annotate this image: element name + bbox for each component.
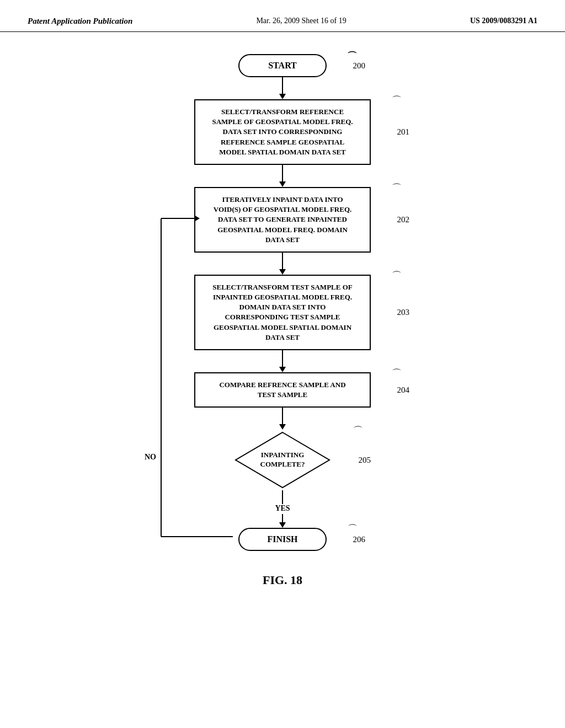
yes-section: YES (275, 490, 290, 528)
node204-row: COMPARE REFRENCE SAMPLE AND TEST SAMPLE … (89, 372, 476, 408)
finish-row: FINISH 206 ⌒ (89, 528, 476, 551)
node203-row: SELECT/TRANSFORM TEST SAMPLE OF INPAINTE… (89, 275, 476, 350)
start-row: START 200 ⌒ (89, 54, 476, 77)
diagram-area: START 200 ⌒ SELECT/TRANSFORM REFERENCE S… (0, 32, 565, 598)
arrow-3 (279, 253, 286, 275)
arrow-2 (279, 165, 286, 187)
arrow-1 (279, 77, 286, 99)
page-header: Patent Application Publication Mar. 26, … (0, 0, 565, 32)
arrow-yes-bottom (279, 514, 286, 528)
patent-number: US 2009/0083291 A1 (470, 17, 537, 25)
node-204: COMPARE REFRENCE SAMPLE AND TEST SAMPLE (194, 372, 371, 408)
node205-num: 205 (359, 456, 371, 465)
node201-row: SELECT/TRANSFORM REFERENCE SAMPLE OF GEO… (89, 99, 476, 165)
publication-title: Patent Application Publication (28, 17, 132, 26)
flowchart: START 200 ⌒ SELECT/TRANSFORM REFERENCE S… (89, 54, 476, 551)
node-203: SELECT/TRANSFORM TEST SAMPLE OF INPAINTE… (194, 275, 371, 350)
start-node: START (238, 54, 327, 77)
node201-num: 201 (397, 127, 410, 137)
arrow-yes-top (282, 490, 283, 504)
finish-node: FINISH (238, 528, 327, 551)
arrow-4 (279, 350, 286, 372)
node205-row: NO INPAINTING COMPLETE? 205 ⌒ (89, 430, 476, 490)
node202-num: 202 (397, 215, 410, 224)
node203-num: 203 (397, 308, 410, 317)
start-arrow-marker: ⌒ (347, 50, 357, 63)
node202-row: ITERATIVELY INPAINT DATA INTO VOID(S) OF… (89, 187, 476, 253)
figure-caption: FIG. 18 (263, 573, 302, 587)
no-label: NO (145, 453, 156, 462)
node-201: SELECT/TRANSFORM REFERENCE SAMPLE OF GEO… (194, 99, 371, 165)
arrow-5 (279, 408, 286, 430)
node205-text: INPAINTING COMPLETE? (260, 451, 305, 469)
node204-num: 204 (397, 386, 410, 395)
finish-num: 206 (353, 535, 366, 544)
sheet-info: Mar. 26, 2009 Sheet 16 of 19 (256, 17, 346, 25)
node-202: ITERATIVELY INPAINT DATA INTO VOID(S) OF… (194, 187, 371, 253)
decision-node-205: INPAINTING COMPLETE? (233, 430, 332, 490)
yes-label: YES (275, 504, 290, 513)
